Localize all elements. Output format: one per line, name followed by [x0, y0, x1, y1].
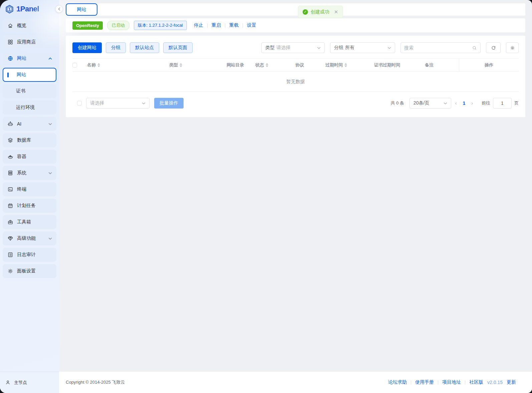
sidebar-item-terminal[interactable]: 终端: [3, 182, 56, 196]
sidebar-item-overview[interactable]: 概览: [3, 19, 56, 33]
globe-icon: [7, 55, 13, 61]
app-grid-icon: [7, 39, 13, 45]
forum-help-link[interactable]: 论坛求助: [388, 379, 407, 385]
col-label: 状态: [255, 62, 264, 68]
brand-logo[interactable]: 1 1Panel: [0, 0, 59, 18]
col-name[interactable]: 名称: [87, 59, 169, 71]
sidebar-subitem-label: 网站: [17, 72, 26, 78]
sidebar-item-ai[interactable]: AI: [3, 117, 56, 131]
sidebar-item-database[interactable]: 数据库: [3, 133, 56, 147]
group-button[interactable]: 分组: [106, 42, 126, 53]
goto-page-input[interactable]: [493, 98, 512, 109]
sidebar-item-website[interactable]: 网站: [3, 51, 56, 65]
select-all-checkbox[interactable]: [72, 63, 77, 67]
manual-link[interactable]: 使用手册: [415, 379, 434, 385]
update-link[interactable]: 更新: [507, 379, 516, 385]
sidebar-subitem-label: 证书: [16, 88, 25, 94]
chevron-down-icon: [142, 102, 146, 105]
col-status[interactable]: 状态: [255, 59, 295, 71]
toast-message: 创建成功: [311, 9, 329, 15]
service-version-badge: 版本: 1.27.1.2-2-2-focal: [134, 21, 187, 30]
batch-select-all-checkbox[interactable]: [77, 101, 82, 106]
divider: [411, 380, 411, 385]
tab-website[interactable]: 网站: [66, 3, 97, 16]
chevron-up-icon: [48, 57, 52, 60]
default-page-button[interactable]: 默认页面: [163, 42, 193, 53]
col-expire-time[interactable]: 过期时间: [325, 59, 374, 71]
node-switcher[interactable]: 主节点: [0, 372, 59, 393]
group-filter-select[interactable]: 分组 所有: [330, 42, 395, 53]
sidebar-item-label: 网站: [17, 55, 26, 61]
sidebar-collapse-button[interactable]: [55, 5, 63, 13]
col-label: 备注: [425, 62, 434, 68]
prev-page-button[interactable]: ‹: [451, 101, 461, 106]
tab-bar: 网站: [66, 3, 525, 16]
close-icon[interactable]: ✕: [334, 9, 338, 15]
page-size-select[interactable]: 20条/页: [410, 98, 451, 109]
refresh-button[interactable]: [486, 42, 501, 53]
batch-action-select[interactable]: 请选择: [86, 98, 150, 109]
sidebar-subitem-certificate[interactable]: 证书: [3, 84, 56, 98]
sidebar-item-label: 系统: [17, 170, 26, 176]
sort-icon[interactable]: [180, 63, 182, 67]
chevron-down-icon: [387, 47, 391, 49]
current-page[interactable]: 1: [461, 101, 468, 106]
create-website-button[interactable]: 创建网站: [72, 42, 102, 53]
tab-label: 网站: [77, 7, 86, 13]
gear-icon: [7, 268, 13, 274]
sidebar-nav: 概览 应用商店 网站 网站: [0, 18, 59, 372]
sidebar-subitem-runtime[interactable]: 运行环境: [3, 101, 56, 115]
sidebar-item-label: 容器: [17, 154, 26, 160]
page-unit-label: 页: [514, 100, 519, 106]
sort-icon[interactable]: [97, 63, 100, 67]
chevron-down-icon: [48, 172, 52, 174]
col-cert-expire-time: 证书过期时间: [374, 59, 425, 71]
diamond-icon: [7, 235, 13, 241]
hexagon-logo-icon: 1: [5, 5, 14, 14]
type-filter-select[interactable]: 类型 请选择: [261, 42, 325, 53]
chevron-down-icon: [48, 237, 52, 240]
calendar-icon: [7, 203, 13, 209]
sidebar-item-pro[interactable]: 高级功能: [3, 231, 56, 245]
default-site-button[interactable]: 默认站点: [130, 42, 159, 53]
col-actions: 操作: [459, 59, 519, 71]
sidebar-subitem-website[interactable]: 网站: [3, 68, 56, 82]
sidebar: 1 1Panel 概览 应用商店 网: [0, 0, 59, 393]
community-edition-link[interactable]: 社区版: [469, 379, 483, 385]
sidebar-item-container[interactable]: 容器: [3, 150, 56, 164]
sidebar-item-system[interactable]: 系统: [3, 166, 56, 180]
col-label: 名称: [87, 62, 96, 68]
sidebar-item-label: 终端: [17, 186, 26, 192]
restart-link[interactable]: 重启: [212, 22, 221, 28]
node-label: 主节点: [14, 380, 27, 386]
select-value: 所有: [345, 45, 354, 51]
goto-label: 前往: [482, 100, 490, 106]
col-type[interactable]: 类型: [169, 59, 227, 71]
sidebar-item-settings[interactable]: 面板设置: [3, 264, 56, 278]
service-state-badge: 已启动: [107, 21, 129, 30]
sidebar-item-toolbox[interactable]: 工具箱: [3, 215, 56, 229]
sidebar-item-cron[interactable]: 计划任务: [3, 199, 56, 213]
sort-icon[interactable]: [344, 63, 347, 67]
refresh-icon: [491, 45, 496, 50]
batch-operate-button[interactable]: 批量操作: [154, 98, 184, 109]
reload-link[interactable]: 重载: [229, 22, 239, 28]
toolbox-icon: [7, 219, 13, 225]
col-remark: 备注: [425, 59, 459, 71]
project-link[interactable]: 项目地址: [442, 379, 461, 385]
sidebar-item-logs[interactable]: 日志审计: [3, 248, 56, 262]
layers-icon: [7, 137, 13, 143]
select-placeholder: 请选择: [276, 45, 290, 51]
sidebar-item-app-store[interactable]: 应用商店: [3, 35, 56, 49]
table-header: 名称 类型 网站目录 状态 协议 过期时间: [72, 58, 519, 72]
stop-link[interactable]: 停止: [194, 22, 203, 28]
copyright-text: Copyright © 2014-2025 飞致云: [66, 379, 125, 385]
search-input[interactable]: [404, 45, 470, 50]
divider: [225, 23, 225, 28]
chevron-down-icon: [444, 102, 447, 105]
next-page-button[interactable]: ›: [467, 101, 477, 106]
sort-icon[interactable]: [266, 63, 268, 67]
column-settings-button[interactable]: [506, 42, 519, 53]
chevron-down-icon: [48, 123, 52, 125]
service-settings-link[interactable]: 设置: [247, 22, 256, 28]
